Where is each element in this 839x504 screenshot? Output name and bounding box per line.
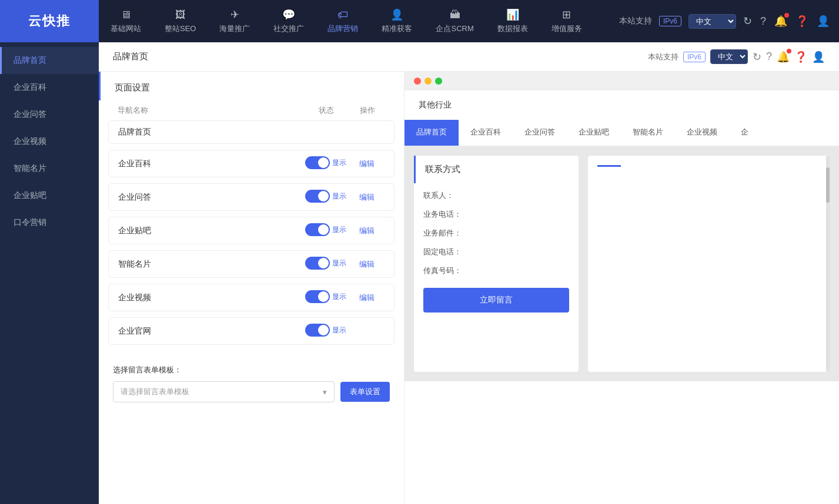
nav-rows-container: 品牌首页 企业百科 显示 编辑 企业问答 显示 编辑 企业贴吧 显示 编辑 智能… xyxy=(108,120,395,345)
edit-link-5[interactable]: 编辑 xyxy=(359,293,375,302)
contact-field-3: 固定电话： xyxy=(423,247,569,257)
notification-dot-header xyxy=(787,49,791,53)
nav-item-jingquehuoke[interactable]: 👤精准获客 xyxy=(370,0,424,42)
lang-select-header[interactable]: 中文 xyxy=(710,49,748,64)
underline-decoration xyxy=(597,165,621,167)
user-icon-header[interactable]: 👤 xyxy=(812,51,825,63)
toggle-5[interactable] xyxy=(305,290,330,303)
user-avatar[interactable]: 👤 xyxy=(817,15,830,28)
nav-label-aijidianSCRM: 企点SCRM xyxy=(436,23,473,34)
sidebar-item-qiyewenda[interactable]: 企业问答 xyxy=(0,101,99,128)
template-placeholder: 请选择留言表单模板 xyxy=(121,387,189,397)
row-status-4: 显示 xyxy=(302,257,349,271)
preview-tab-智能名片[interactable]: 智能名片 xyxy=(621,120,675,146)
toggle-label-3: 显示 xyxy=(332,225,346,235)
nav-icon-aijidianSCRM: 🏔 xyxy=(450,9,460,21)
refresh-icon-header[interactable]: ↻ xyxy=(753,51,761,63)
toggle-1[interactable] xyxy=(305,156,330,169)
bell-header: 🔔 xyxy=(777,51,790,63)
toggle-wrap-5: 显示 xyxy=(305,290,346,303)
toggle-3[interactable] xyxy=(305,223,330,236)
contact-field-1: 业务电话： xyxy=(423,209,569,220)
settings-panel: 页面设置 导航名称 状态 操作 品牌首页 企业百科 显示 编辑 企业问答 xyxy=(99,72,405,504)
sidebar-item-zhinengmingpian[interactable]: 智能名片 xyxy=(0,155,99,182)
preview-tab-企业百科[interactable]: 企业百科 xyxy=(459,120,513,146)
row-status-5: 显示 xyxy=(302,290,349,305)
toggle-label-6: 显示 xyxy=(332,325,346,335)
sidebar-item-qiyeshipin[interactable]: 企业视频 xyxy=(0,128,99,155)
table-row: 企业官网 显示 xyxy=(108,317,395,345)
col-action-header: 操作 xyxy=(350,105,385,116)
row-name-1: 企业百科 xyxy=(118,159,302,169)
form-settings-btn[interactable]: 表单设置 xyxy=(340,382,390,402)
nav-icon-shujubaobiao: 📊 xyxy=(506,8,519,21)
submit-btn[interactable]: 立即留言 xyxy=(423,288,569,313)
section-title: 页面设置 xyxy=(99,72,404,100)
sidebar-item-qiyebaike[interactable]: 企业百科 xyxy=(0,74,99,101)
nav-item-zenzhifuwu[interactable]: ⊞增值服务 xyxy=(540,0,594,42)
sidebar-item-koulingyingxiao[interactable]: 口令营销 xyxy=(0,209,99,236)
refresh-icon[interactable]: ↻ xyxy=(743,15,752,28)
nav-label-jichuwangzhan: 基础网站 xyxy=(111,23,141,34)
dot-green xyxy=(435,78,442,85)
scrollbar-thumb[interactable] xyxy=(826,167,830,203)
help-icon[interactable]: ? xyxy=(760,15,766,28)
table-row: 企业视频 显示 编辑 xyxy=(108,284,395,311)
template-row: 请选择留言表单模板 ▾ 表单设置 xyxy=(113,381,390,402)
edit-link-2[interactable]: 编辑 xyxy=(359,193,375,201)
edit-link-3[interactable]: 编辑 xyxy=(359,226,375,235)
nav-right-icons: ↻ ? 🔔 ❓ 👤 xyxy=(743,15,830,28)
row-name-2: 企业问答 xyxy=(118,192,302,203)
preview-tab-企[interactable]: 企 xyxy=(729,120,760,146)
nav-item-aijidianSCRM[interactable]: 🏔企点SCRM xyxy=(424,0,485,42)
nav-item-jichuwangzhan[interactable]: 🖥基础网站 xyxy=(99,0,153,42)
support-label: 本站支持 xyxy=(619,16,652,26)
contact-field-2: 业务邮件： xyxy=(423,228,569,238)
toggle-4[interactable] xyxy=(305,257,330,270)
browser-chrome xyxy=(405,72,839,90)
lang-select[interactable]: 中文 English xyxy=(688,14,736,29)
nav-item-hailiangtuiguang[interactable]: ✈海量推广 xyxy=(208,0,262,42)
chevron-down-icon: ▾ xyxy=(323,388,327,397)
toggle-6[interactable] xyxy=(305,324,330,337)
nav-item-shujubaobiao[interactable]: 📊数据报表 xyxy=(486,0,540,42)
toggle-wrap-4: 显示 xyxy=(305,257,346,270)
row-action-1: 编辑 xyxy=(349,159,385,169)
toggle-2[interactable] xyxy=(305,190,330,203)
sidebar: 品牌首页企业百科企业问答企业视频智能名片企业贴吧口令营销 xyxy=(0,42,99,504)
table-row: 品牌首页 xyxy=(108,120,395,144)
question-icon[interactable]: ❓ xyxy=(795,15,808,28)
help-icon-header[interactable]: ? xyxy=(766,51,772,63)
nav-label-zhanzhanseo: 整站SEO xyxy=(165,23,196,34)
dot-red xyxy=(414,78,421,85)
preview-tab-品牌首页[interactable]: 品牌首页 xyxy=(405,120,459,146)
ipv6-badge-header: IPv6 xyxy=(683,52,706,62)
template-select[interactable]: 请选择留言表单模板 ▾ xyxy=(113,381,335,402)
edit-link-4[interactable]: 编辑 xyxy=(359,260,375,268)
toggle-wrap-1: 显示 xyxy=(305,156,346,169)
preview-tab-企业问答[interactable]: 企业问答 xyxy=(513,120,567,146)
contact-fields: 联系人：业务电话：业务邮件：固定电话：传真号码： xyxy=(414,183,579,283)
preview-tab-企业贴吧[interactable]: 企业贴吧 xyxy=(567,120,621,146)
nav-icon-hailiangtuiguang: ✈ xyxy=(230,8,239,21)
sidebar-item-qiyetieba[interactable]: 企业贴吧 xyxy=(0,182,99,209)
nav-item-shejiatuiguang[interactable]: 💬社交推广 xyxy=(262,0,316,42)
contact-card-title: 联系方式 xyxy=(414,156,579,183)
edit-link-1[interactable]: 编辑 xyxy=(359,159,375,168)
sidebar-item-pinpaishouye[interactable]: 品牌首页 xyxy=(0,47,99,74)
main-layout: 品牌首页企业百科企业问答企业视频智能名片企业贴吧口令营销 品牌首页 本站支持 I… xyxy=(0,42,839,504)
nav-item-pinpaiyingxiao[interactable]: 🏷品牌营销 xyxy=(316,0,370,42)
nav-icon-jichuwangzhan: 🖥 xyxy=(121,9,131,21)
preview-top-section: 其他行业 xyxy=(405,90,839,120)
preview-tab-企业视频[interactable]: 企业视频 xyxy=(675,120,729,146)
nav-label-shejiatuiguang: 社交推广 xyxy=(273,23,304,34)
nav-icon-jingquehuoke: 👤 xyxy=(390,8,403,21)
preview-industry: 其他行业 xyxy=(419,100,452,109)
col-status-header: 状态 xyxy=(303,105,350,116)
nav-label-zenzhifuwu: 增值服务 xyxy=(551,23,582,34)
question-icon-header[interactable]: ❓ xyxy=(794,51,807,63)
logo[interactable]: 云快推 xyxy=(0,0,99,42)
scrollbar[interactable] xyxy=(826,156,830,372)
preview-tabs: 品牌首页企业百科企业问答企业贴吧智能名片企业视频企 xyxy=(405,120,839,146)
nav-item-zhanzhanseo[interactable]: 🖼整站SEO xyxy=(153,0,208,42)
